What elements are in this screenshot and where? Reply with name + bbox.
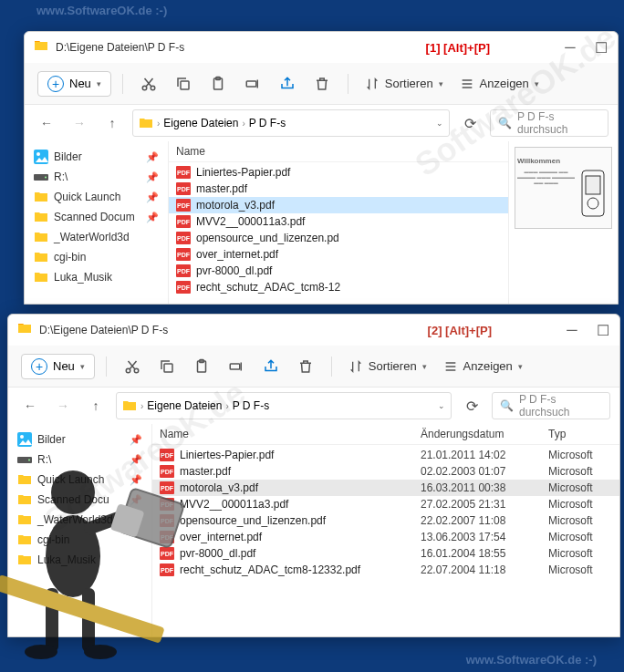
column-name[interactable]: Name (160, 428, 421, 440)
titlebar[interactable]: D:\Eigene Dateien\P D F-s [2] [Alt]+[P] … (8, 315, 619, 346)
file-date: 16.01.2004 18:55 (421, 547, 548, 560)
sidebar-item[interactable]: Bilder📌 (25, 147, 168, 167)
file-type: Microsoft (548, 563, 612, 576)
breadcrumb-item[interactable]: P D F-s (233, 399, 269, 412)
file-row[interactable]: PDFover_internet.pdf (169, 246, 508, 263)
sidebar-item[interactable]: Luka_Musik (25, 267, 168, 287)
minimize-button[interactable]: ─ (563, 40, 577, 55)
file-row[interactable]: PDFLiniertes-Papier.pdf21.01.2011 14:02M… (152, 447, 619, 463)
titlebar[interactable]: D:\Eigene Dateien\P D F-s [1] [Alt]+[P] … (25, 32, 618, 63)
file-row[interactable]: PDFrecht_schutz_ADAC_tcm8-12 (169, 279, 508, 295)
rename-icon[interactable] (222, 352, 251, 381)
chevron-down-icon[interactable]: ⌄ (438, 401, 445, 410)
file-row[interactable]: PDFrecht_schutz_ADAC_tcm8-12332.pdf22.07… (152, 562, 619, 578)
column-name[interactable]: Name (176, 145, 501, 158)
delete-icon[interactable] (307, 69, 337, 98)
delete-icon[interactable] (291, 352, 320, 381)
file-name: recht_schutz_ADAC_tcm8-12 (196, 281, 340, 294)
file-row[interactable]: PDFLiniertes-Papier.pdf (169, 164, 508, 181)
file-row[interactable]: PDFopensource_und_lizenzen.pdf22.02.2007… (152, 512, 619, 529)
refresh-button[interactable]: ⟳ (457, 115, 483, 132)
sort-button[interactable]: Sortieren ▾ (359, 73, 449, 95)
cut-icon[interactable] (118, 352, 147, 381)
search-icon: 🔍 (500, 399, 514, 412)
sidebar-item[interactable]: Scanned Docu📌 (8, 490, 151, 510)
picture-icon (34, 150, 48, 164)
sidebar-item[interactable]: _WaterWorld3d (8, 510, 151, 530)
up-button[interactable]: ↑ (83, 393, 109, 419)
file-row[interactable]: PDFmotorola_v3.pdf16.03.2011 00:38Micros… (152, 480, 619, 496)
file-row[interactable]: PDFpvr-8000_dl.pdf (169, 263, 508, 279)
folder-icon (34, 210, 48, 224)
svg-point-9 (45, 177, 47, 179)
svg-point-12 (588, 198, 598, 209)
breadcrumb-item[interactable]: Eigene Dateien (147, 399, 222, 412)
rename-icon[interactable] (238, 69, 267, 98)
share-icon[interactable] (256, 352, 286, 381)
breadcrumb[interactable]: › Eigene Dateien › P D F-s ⌄ (132, 109, 450, 137)
sidebar-item[interactable]: Quick Launch📌 (25, 187, 168, 207)
pdf-icon: PDF (160, 498, 174, 511)
sidebar-item[interactable]: cgi-bin (8, 530, 151, 550)
copy-icon[interactable] (169, 69, 198, 98)
share-icon[interactable] (273, 69, 302, 98)
file-row[interactable]: PDFover_internet.pdf13.06.2003 17:54Micr… (152, 529, 619, 545)
file-row[interactable]: PDFpvr-8000_dl.pdf16.01.2004 18:55Micros… (152, 545, 619, 562)
column-date[interactable]: Änderungsdatum (421, 428, 548, 440)
refresh-button[interactable]: ⟳ (459, 398, 484, 415)
view-button[interactable]: Anzeigen ▾ (438, 356, 528, 377)
file-row[interactable]: PDFMVV2__000011a3.pdf (169, 213, 508, 230)
paste-icon[interactable] (187, 352, 216, 381)
paste-icon[interactable] (203, 69, 233, 98)
sidebar-item[interactable]: _WaterWorld3d (25, 227, 168, 247)
column-type[interactable]: Typ (548, 428, 612, 440)
sidebar-item[interactable]: R:\📌 (8, 450, 151, 470)
navbar: ← → ↑ › Eigene Dateien › P D F-s ⌄ ⟳ 🔍 P… (8, 388, 619, 424)
back-button[interactable]: ← (34, 110, 59, 136)
sidebar-item[interactable]: Luka_Musik (8, 550, 151, 570)
svg-rect-11 (586, 176, 600, 194)
maximize-button[interactable]: ☐ (596, 323, 610, 337)
file-name: pvr-8000_dl.pdf (180, 547, 255, 560)
sidebar-item[interactable]: Scanned Docum📌 (25, 207, 168, 227)
file-row[interactable]: PDFmaster.pdf02.02.2003 01:07Microsoft (152, 463, 619, 480)
new-button[interactable]: + Neu ▾ (21, 354, 95, 379)
file-row[interactable]: PDFopensource_und_lizenzen.pd (169, 230, 508, 246)
sidebar-item-label: R:\ (37, 453, 51, 466)
file-date: 16.03.2011 00:38 (421, 481, 548, 494)
search-placeholder: P D F-s durchsuch (519, 393, 602, 419)
file-row[interactable]: PDFmaster.pdf (169, 181, 508, 197)
sidebar: Bilder📌R:\📌Quick Launch📌Scanned Docum📌_W… (25, 141, 169, 304)
watermark-bottom: www.SoftwareOK.de :-) (466, 653, 597, 667)
maximize-button[interactable]: ☐ (594, 40, 608, 55)
sidebar-item[interactable]: R:\📌 (25, 167, 168, 187)
sidebar-item[interactable]: cgi-bin (25, 247, 168, 267)
search-input[interactable]: 🔍 P D F-s durchsuch (492, 392, 610, 419)
chevron-down-icon[interactable]: ⌄ (436, 119, 443, 128)
sort-button[interactable]: Sortieren ▾ (343, 356, 432, 377)
file-name: recht_schutz_ADAC_tcm8-12332.pdf (180, 563, 360, 576)
file-row[interactable]: PDFmotorola_v3.pdf (169, 197, 508, 213)
sidebar-item[interactable]: Quick Launch📌 (8, 470, 151, 490)
sidebar-item[interactable]: Bilder📌 (8, 429, 151, 450)
forward-button[interactable]: → (50, 393, 76, 419)
view-button[interactable]: Anzeigen ▾ (454, 73, 545, 95)
pdf-icon: PDF (176, 215, 191, 228)
column-header[interactable]: Name (169, 141, 508, 162)
forward-button[interactable]: → (67, 110, 92, 136)
back-button[interactable]: ← (17, 393, 43, 419)
file-date: 22.02.2007 11:08 (421, 514, 548, 527)
search-input[interactable]: 🔍 P D F-s durchsuch (490, 109, 608, 137)
up-button[interactable]: ↑ (99, 110, 125, 136)
search-icon: 🔍 (498, 117, 512, 129)
minimize-button[interactable]: ─ (565, 323, 579, 337)
copy-icon[interactable] (152, 352, 182, 381)
file-row[interactable]: PDFMVV2__000011a3.pdf27.02.2005 21:31Mic… (152, 496, 619, 512)
new-button[interactable]: + Neu ▾ (37, 71, 111, 97)
sidebar-item-label: Scanned Docum (54, 211, 135, 223)
breadcrumb[interactable]: › Eigene Dateien › P D F-s ⌄ (116, 392, 452, 419)
breadcrumb-item[interactable]: Eigene Dateien (163, 117, 238, 129)
column-header[interactable]: Name Änderungsdatum Typ (152, 424, 619, 445)
cut-icon[interactable] (134, 69, 163, 98)
breadcrumb-item[interactable]: P D F-s (249, 117, 286, 129)
